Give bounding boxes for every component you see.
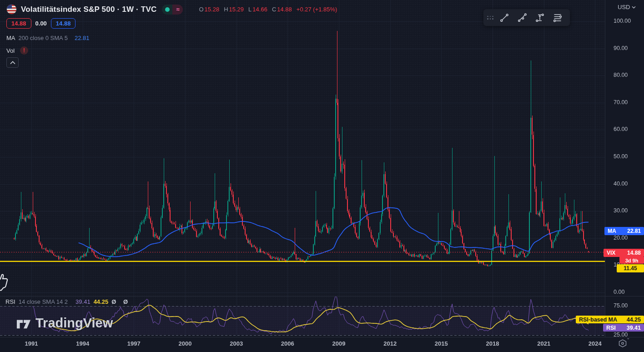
tradingview-logo-text: TradingView [35,316,113,331]
vix-badge-value: 14.88 [627,250,641,256]
legend-collapse-button[interactable] [6,57,19,68]
rsi-badge-value: 39.41 [627,325,641,331]
time-axis-border [0,337,644,337]
rsi-ma-legend-value: 44.25 [94,298,109,305]
chevron-up-icon [10,61,15,65]
rsi-legend-params: 14 close SMA 14 2 [19,298,68,305]
thumbs-up-icon [0,273,9,294]
price-tick-label: 30.00 [614,207,628,214]
rsi-ma-badge: RSI-based MA 44.25 [576,316,644,323]
rsi-value-badge: RSI 39.41 [603,324,644,332]
ma-price-badge: MA 22.81 [604,227,644,235]
market-status-pill[interactable]: ≈ [162,5,183,15]
year-tick-label: 2015 [435,340,448,347]
rsi-tick-label: 75.00 [614,302,628,309]
year-tick-label: 2000 [179,340,192,347]
rsi-ma-badge-value: 44.25 [627,317,641,323]
price-badge-middle: 0.00 [35,20,47,27]
market-status-dot-icon [165,7,170,12]
close-label: C [272,6,276,13]
vol-legend-name: Vol [6,47,15,54]
year-tick-label: 2012 [383,340,397,347]
info-line-tool-button[interactable] [513,9,531,26]
vix-badge-label: VIX [607,250,615,256]
rsi-badge-label: RSI [606,325,616,331]
low-value: 14.66 [252,6,267,13]
ma-legend-name: MA [6,35,15,41]
rsi-legend-value: 39.41 [75,298,91,305]
price-tick-label: 70.00 [614,99,628,106]
vertical-line-tool-button[interactable] [531,9,548,26]
price-badge-right: 14.88 [51,18,76,29]
close-value: 14.88 [277,6,292,13]
price-badge-left: 14.88 [6,18,31,29]
currency-label: USD [618,4,630,10]
us-flag-icon [6,4,17,15]
toolbar-drag-handle-icon[interactable] [487,16,493,20]
year-tick-label: 1991 [25,340,38,347]
ma-legend-params: 200 close 0 SMA 5 [19,35,68,41]
vertical-line-icon [534,12,545,23]
year-tick-label: 1997 [127,340,141,347]
chevron-down-icon [632,6,636,9]
rsi-legend-name: RSI [5,298,15,305]
price-tick-label: 80.00 [614,72,628,78]
ma-legend-value: 22.81 [75,35,90,41]
vix-price-badge: VIX 14.88 [604,249,644,257]
info-line-icon [517,12,528,23]
delayed-data-icon: ≈ [172,5,183,15]
price-tick-label: 60.00 [614,126,628,132]
high-label: H [224,6,228,13]
year-tick-label: 2024 [589,340,602,347]
price-tick-label: 90.00 [614,45,628,51]
ma-indicator-legend[interactable]: MA 200 close 0 SMA 5 22.81 [6,35,89,41]
drawing-toolbar[interactable] [483,9,570,26]
price-axis-border [605,0,605,337]
tradingview-logo-icon [16,317,32,330]
horizontal-lines-tool-button[interactable] [548,9,566,26]
rsi-ma-badge-label: RSI-based MA [579,317,617,323]
price-tick-label: 100.00 [614,18,631,24]
pane-divider[interactable] [0,296,644,297]
volume-error-icon[interactable]: ! [20,46,28,55]
trend-line-tool-button[interactable] [495,9,513,26]
horizontal-lines-icon [552,12,563,23]
price-tick-label: 50.00 [614,153,628,160]
volume-indicator-legend[interactable]: Vol ! [6,46,28,55]
year-tick-label: 1994 [76,340,89,347]
ohlc-row: O15.28 H15.29 L14.66 C14.88 +0.27 (+1.85… [199,6,337,13]
trend-line-icon [499,12,510,23]
high-value: 15.29 [229,6,244,13]
price-tick-label: 20.00 [614,235,628,241]
price-scale-currency-menu[interactable]: USD [618,4,636,10]
price-tick-label: 0.00 [614,289,624,295]
ma-badge-value: 22.81 [627,228,641,234]
open-label: O [199,6,203,13]
ma-badge-label: MA [608,228,616,234]
rsi-tick-label: 25.00 [614,332,628,338]
change-value: +0.27 (+1.85%) [297,6,337,13]
year-tick-label: 2006 [281,340,294,347]
rsi-indicator-legend[interactable]: RSI 14 close SMA 14 2 39.41 44.25 Ø Ø [5,298,131,305]
low-label: L [248,6,252,13]
rsi-legend-extra-values: Ø Ø [111,298,131,305]
rsi-axis-chevron-down-icon[interactable]: ⌄ [626,335,630,340]
symbol-title[interactable]: Volatilitätsindex S&P 500 · 1W · TVC [21,5,156,14]
year-tick-label: 2018 [486,340,499,347]
year-tick-label: 2021 [537,340,550,347]
bar-countdown-badge: 3d 9h [619,257,644,264]
tradingview-logo[interactable]: TradingView [16,316,113,331]
year-tick-label: 2009 [332,340,346,347]
open-value: 15.28 [205,6,220,13]
year-tick-label: 2003 [230,340,243,347]
level-line-badge: 11.45 [617,264,644,272]
price-tick-label: 40.00 [614,181,628,187]
